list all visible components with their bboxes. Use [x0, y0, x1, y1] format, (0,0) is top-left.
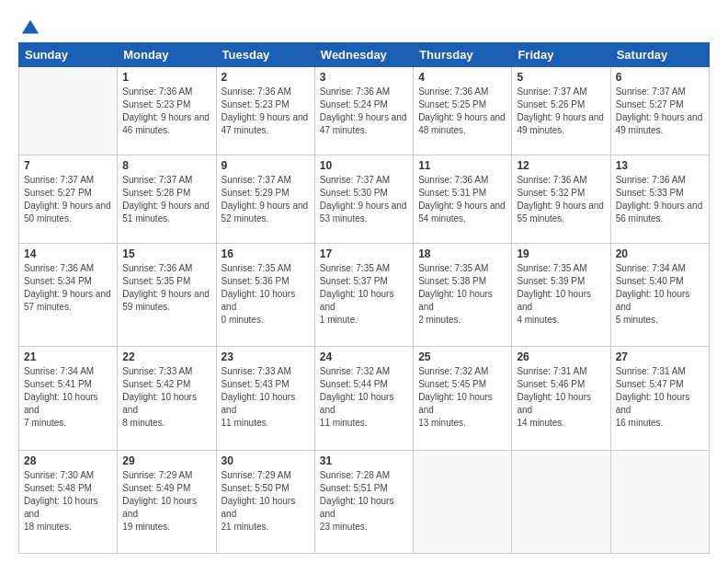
day-info: Sunrise: 7:33 AMSunset: 5:43 PMDaylight:…	[222, 365, 310, 430]
calendar-cell: 28 Sunrise: 7:30 AMSunset: 5:48 PMDaylig…	[19, 450, 118, 553]
day-info: Sunrise: 7:37 AMSunset: 5:27 PMDaylight:…	[24, 174, 112, 225]
day-info: Sunrise: 7:31 AMSunset: 5:46 PMDaylight:…	[517, 365, 605, 430]
calendar-cell: 25 Sunrise: 7:32 AMSunset: 5:45 PMDaylig…	[414, 347, 512, 450]
day-number: 2	[222, 71, 310, 84]
weekday-header-saturday: Saturday	[610, 43, 709, 67]
calendar-cell: 21 Sunrise: 7:34 AMSunset: 5:41 PMDaylig…	[19, 347, 118, 450]
day-info: Sunrise: 7:28 AMSunset: 5:51 PMDaylight:…	[320, 469, 408, 534]
day-info: Sunrise: 7:29 AMSunset: 5:49 PMDaylight:…	[122, 469, 210, 534]
calendar-cell: 19 Sunrise: 7:35 AMSunset: 5:39 PMDaylig…	[512, 243, 610, 346]
header	[18, 17, 710, 37]
calendar-cell	[512, 450, 610, 553]
day-info: Sunrise: 7:37 AMSunset: 5:27 PMDaylight:…	[616, 86, 704, 137]
calendar-table: SundayMondayTuesdayWednesdayThursdayFrid…	[18, 42, 710, 554]
day-number: 9	[222, 159, 310, 172]
week-row-5: 28 Sunrise: 7:30 AMSunset: 5:48 PMDaylig…	[19, 450, 710, 553]
calendar-cell: 7 Sunrise: 7:37 AMSunset: 5:27 PMDayligh…	[19, 155, 118, 243]
calendar-cell: 27 Sunrise: 7:31 AMSunset: 5:47 PMDaylig…	[610, 347, 709, 450]
day-info: Sunrise: 7:37 AMSunset: 5:30 PMDaylight:…	[320, 174, 408, 225]
day-number: 13	[616, 159, 704, 172]
day-info: Sunrise: 7:33 AMSunset: 5:42 PMDaylight:…	[122, 365, 210, 430]
calendar-cell: 20 Sunrise: 7:34 AMSunset: 5:40 PMDaylig…	[610, 243, 709, 346]
calendar-cell: 22 Sunrise: 7:33 AMSunset: 5:42 PMDaylig…	[118, 347, 216, 450]
day-info: Sunrise: 7:36 AMSunset: 5:34 PMDaylight:…	[24, 262, 112, 314]
day-info: Sunrise: 7:36 AMSunset: 5:23 PMDaylight:…	[122, 86, 210, 137]
day-info: Sunrise: 7:34 AMSunset: 5:41 PMDaylight:…	[24, 365, 112, 430]
day-number: 27	[616, 350, 704, 363]
calendar-cell: 5 Sunrise: 7:37 AMSunset: 5:26 PMDayligh…	[512, 67, 610, 155]
day-number: 7	[24, 159, 112, 172]
calendar-cell: 2 Sunrise: 7:36 AMSunset: 5:23 PMDayligh…	[216, 67, 314, 155]
calendar-cell: 24 Sunrise: 7:32 AMSunset: 5:44 PMDaylig…	[314, 347, 413, 450]
day-info: Sunrise: 7:29 AMSunset: 5:50 PMDaylight:…	[222, 469, 310, 534]
day-info: Sunrise: 7:36 AMSunset: 5:25 PMDaylight:…	[418, 86, 506, 137]
weekday-header-tuesday: Tuesday	[216, 43, 314, 67]
calendar-cell: 13 Sunrise: 7:36 AMSunset: 5:33 PMDaylig…	[610, 155, 709, 243]
day-number: 12	[517, 159, 605, 172]
day-info: Sunrise: 7:36 AMSunset: 5:35 PMDaylight:…	[122, 262, 210, 314]
calendar-cell: 1 Sunrise: 7:36 AMSunset: 5:23 PMDayligh…	[118, 67, 216, 155]
weekday-header-friday: Friday	[512, 43, 610, 67]
day-info: Sunrise: 7:32 AMSunset: 5:45 PMDaylight:…	[418, 365, 506, 430]
day-number: 15	[122, 247, 210, 260]
page: SundayMondayTuesdayWednesdayThursdayFrid…	[0, 0, 728, 563]
day-number: 6	[616, 71, 704, 84]
day-number: 8	[122, 159, 210, 172]
calendar-cell	[19, 67, 118, 155]
day-info: Sunrise: 7:36 AMSunset: 5:33 PMDaylight:…	[616, 174, 704, 225]
weekday-header-wednesday: Wednesday	[314, 43, 413, 67]
week-row-2: 7 Sunrise: 7:37 AMSunset: 5:27 PMDayligh…	[19, 155, 710, 243]
day-info: Sunrise: 7:36 AMSunset: 5:32 PMDaylight:…	[517, 174, 605, 225]
calendar-cell: 17 Sunrise: 7:35 AMSunset: 5:37 PMDaylig…	[314, 243, 413, 346]
calendar-cell: 16 Sunrise: 7:35 AMSunset: 5:36 PMDaylig…	[216, 243, 314, 346]
day-info: Sunrise: 7:31 AMSunset: 5:47 PMDaylight:…	[616, 365, 704, 430]
day-number: 23	[222, 350, 310, 363]
day-number: 1	[122, 71, 210, 84]
day-number: 11	[418, 159, 506, 172]
day-number: 10	[320, 159, 408, 172]
day-info: Sunrise: 7:35 AMSunset: 5:39 PMDaylight:…	[517, 262, 605, 327]
day-number: 22	[122, 350, 210, 363]
day-number: 29	[122, 454, 210, 467]
day-number: 17	[320, 247, 408, 260]
weekday-header-sunday: Sunday	[19, 43, 118, 67]
calendar-cell	[414, 450, 512, 553]
calendar-cell: 15 Sunrise: 7:36 AMSunset: 5:35 PMDaylig…	[118, 243, 216, 346]
calendar-cell: 26 Sunrise: 7:31 AMSunset: 5:46 PMDaylig…	[512, 347, 610, 450]
day-number: 25	[418, 350, 506, 363]
day-number: 5	[517, 71, 605, 84]
weekday-header-thursday: Thursday	[414, 43, 512, 67]
calendar-cell: 23 Sunrise: 7:33 AMSunset: 5:43 PMDaylig…	[216, 347, 314, 450]
day-number: 3	[320, 71, 408, 84]
day-info: Sunrise: 7:37 AMSunset: 5:26 PMDaylight:…	[517, 86, 605, 137]
day-number: 30	[222, 454, 310, 467]
day-number: 31	[320, 454, 408, 467]
calendar-cell: 29 Sunrise: 7:29 AMSunset: 5:49 PMDaylig…	[118, 450, 216, 553]
day-number: 26	[517, 350, 605, 363]
day-number: 21	[24, 350, 112, 363]
day-info: Sunrise: 7:32 AMSunset: 5:44 PMDaylight:…	[320, 365, 408, 430]
day-info: Sunrise: 7:30 AMSunset: 5:48 PMDaylight:…	[24, 469, 112, 534]
week-row-1: 1 Sunrise: 7:36 AMSunset: 5:23 PMDayligh…	[19, 67, 710, 155]
svg-marker-0	[22, 20, 39, 34]
calendar-cell: 4 Sunrise: 7:36 AMSunset: 5:25 PMDayligh…	[414, 67, 512, 155]
day-number: 19	[517, 247, 605, 260]
day-number: 24	[320, 350, 408, 363]
day-number: 14	[24, 247, 112, 260]
weekday-header-monday: Monday	[118, 43, 216, 67]
day-number: 20	[616, 247, 704, 260]
week-row-3: 14 Sunrise: 7:36 AMSunset: 5:34 PMDaylig…	[19, 243, 710, 346]
day-number: 4	[418, 71, 506, 84]
logo	[18, 18, 40, 37]
day-info: Sunrise: 7:36 AMSunset: 5:23 PMDaylight:…	[222, 86, 310, 137]
day-number: 28	[24, 454, 112, 467]
logo-icon	[20, 18, 40, 39]
calendar-cell	[610, 450, 709, 553]
day-info: Sunrise: 7:36 AMSunset: 5:24 PMDaylight:…	[320, 86, 408, 137]
week-row-4: 21 Sunrise: 7:34 AMSunset: 5:41 PMDaylig…	[19, 347, 710, 450]
day-info: Sunrise: 7:37 AMSunset: 5:28 PMDaylight:…	[122, 174, 210, 225]
calendar-cell: 10 Sunrise: 7:37 AMSunset: 5:30 PMDaylig…	[314, 155, 413, 243]
day-info: Sunrise: 7:35 AMSunset: 5:37 PMDaylight:…	[320, 262, 408, 327]
day-info: Sunrise: 7:35 AMSunset: 5:36 PMDaylight:…	[222, 262, 310, 327]
calendar-cell: 18 Sunrise: 7:35 AMSunset: 5:38 PMDaylig…	[414, 243, 512, 346]
